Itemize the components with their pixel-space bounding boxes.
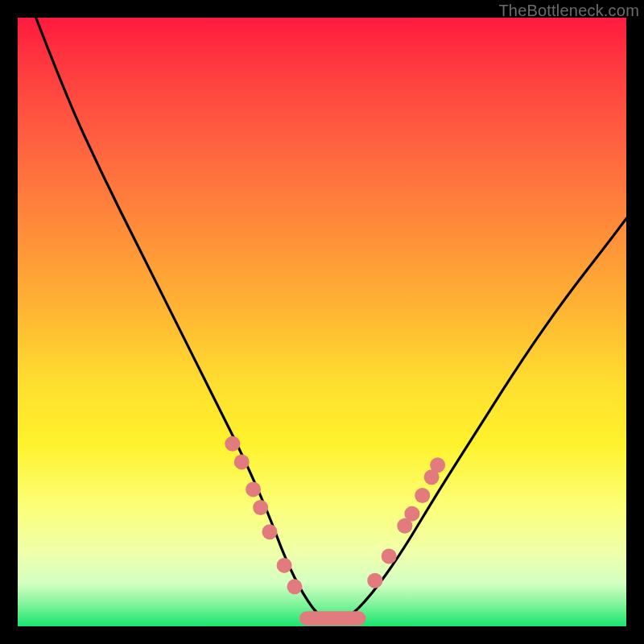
- bead-marker: [404, 506, 419, 522]
- bead-marker: [277, 558, 292, 573]
- beads-right-group: [367, 457, 445, 588]
- bead-marker: [246, 481, 261, 497]
- bead-marker: [367, 573, 382, 588]
- curve-layer: [18, 18, 626, 626]
- bead-marker: [287, 579, 302, 594]
- bead-marker: [262, 524, 277, 539]
- bottleneck-curve: [36, 18, 626, 620]
- plot-area: [18, 18, 626, 626]
- chart-frame: TheBottleneck.com: [0, 0, 644, 644]
- bead-marker: [415, 488, 430, 503]
- bead-marker: [382, 549, 397, 564]
- bead-marker: [225, 436, 240, 452]
- watermark-text: TheBottleneck.com: [498, 2, 639, 20]
- bead-marker: [430, 457, 445, 473]
- bead-marker: [253, 500, 268, 515]
- bead-marker: [234, 454, 250, 469]
